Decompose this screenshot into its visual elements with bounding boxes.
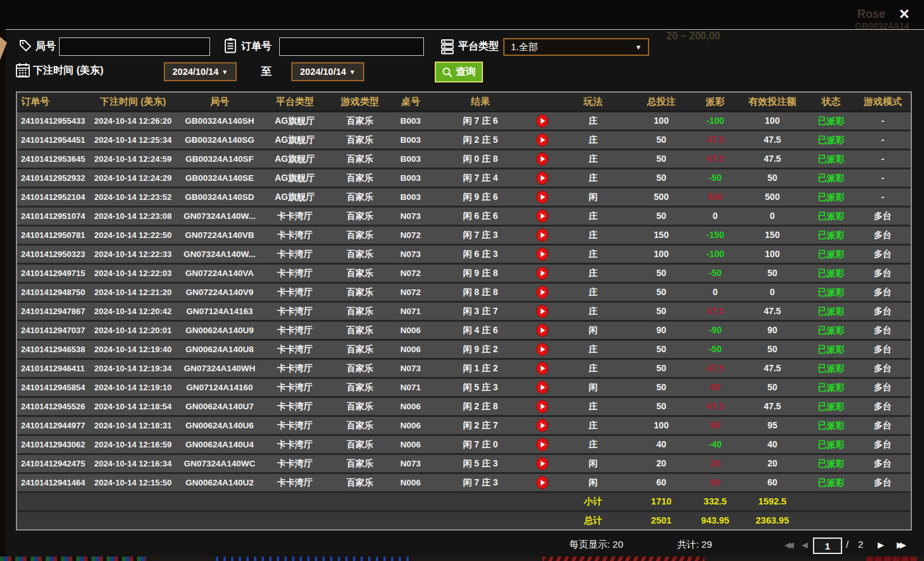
- cell-result: 闲 9 庄 8: [433, 265, 528, 282]
- background-game-strip: [0, 557, 924, 561]
- table-row: 2410141294641102024-10-14 12:19:34GN0732…: [17, 360, 911, 379]
- table-row: 2410141294146482024-10-14 12:15:50GN0062…: [17, 474, 911, 493]
- play-video-icon[interactable]: [536, 133, 548, 147]
- cell-time: 2024-10-14 12:19:10: [85, 379, 181, 396]
- cell-time: 2024-10-14 12:24:29: [85, 169, 181, 187]
- play-video-icon[interactable]: [536, 114, 548, 128]
- play-video-icon[interactable]: [536, 438, 548, 451]
- cell-time: 2024-10-14 12:22:50: [85, 227, 181, 244]
- cell-time: [85, 512, 181, 529]
- cell-total_bet: 50: [630, 131, 693, 148]
- order-number-input[interactable]: [279, 37, 424, 56]
- platform-type-select[interactable]: 1.全部 ▼: [503, 38, 649, 56]
- date-from-picker[interactable]: 2024/10/14 ▼: [164, 62, 237, 81]
- cell-table_no: N006: [388, 398, 433, 415]
- date-to-value: 2024/10/14: [300, 67, 346, 77]
- play-video-icon[interactable]: [536, 457, 548, 470]
- chevron-down-icon: ▼: [221, 69, 228, 76]
- cell-round: GB00324A140SH: [181, 112, 258, 129]
- play-video-icon[interactable]: [536, 476, 548, 489]
- cell-payout: 60: [693, 474, 737, 491]
- close-icon[interactable]: ×: [894, 3, 915, 25]
- cell-round: [181, 512, 258, 529]
- cell-table_no: N006: [388, 417, 433, 434]
- cell-table_no: B003: [388, 131, 433, 148]
- cell-valid_bet: 100: [737, 112, 807, 129]
- cell-bet_type: 庄: [557, 398, 630, 415]
- cell-play: [528, 227, 557, 244]
- cell-mode: 多台: [855, 227, 911, 244]
- cell-order: 241014129497152: [17, 265, 85, 282]
- cell-result: 闲 7 庄 3: [433, 227, 528, 244]
- cell-valid_bet: 20: [737, 455, 807, 472]
- column-header-game: 游戏类型: [331, 93, 388, 110]
- platform-type-value: 1.全部: [511, 41, 635, 53]
- cell-payout: -50: [693, 341, 737, 358]
- search-icon: [442, 67, 453, 78]
- cell-round: GB00324A140SE: [181, 169, 258, 187]
- play-video-icon[interactable]: [536, 286, 548, 299]
- cell-mode: 多台: [855, 208, 911, 225]
- play-video-icon[interactable]: [536, 248, 548, 261]
- cell-result: 闲 4 庄 6: [433, 322, 528, 339]
- cell-status: 已派彩: [807, 417, 855, 434]
- cell-total_bet: 100: [630, 246, 693, 263]
- cell-platform: AG旗舰厅: [258, 169, 331, 187]
- cell-valid_bet: 47.5: [737, 303, 807, 320]
- cell-valid_bet: 150: [737, 227, 807, 244]
- date-range-to-label: 至: [261, 64, 272, 79]
- cell-game: 百家乐: [331, 436, 388, 453]
- round-number-input[interactable]: [59, 37, 210, 56]
- cell-table_no: N073: [388, 208, 433, 225]
- play-video-icon[interactable]: [536, 343, 548, 356]
- play-video-icon[interactable]: [536, 305, 548, 318]
- next-page-icon[interactable]: ▶: [878, 540, 881, 550]
- cell-game: 百家乐: [331, 112, 388, 129]
- play-video-icon[interactable]: [536, 228, 548, 242]
- column-header-total_bet: 总投注: [630, 93, 693, 110]
- column-header-table_no: 桌号: [388, 93, 433, 110]
- play-video-icon[interactable]: [536, 190, 548, 204]
- play-video-icon[interactable]: [536, 362, 548, 375]
- cell-platform: 卡卡湾厅: [258, 360, 331, 377]
- play-video-icon[interactable]: [536, 152, 548, 166]
- cell-result: 闲 7 庄 3: [433, 474, 528, 491]
- cell-platform: 卡卡湾厅: [258, 341, 331, 358]
- cell-round: GN00624A140U7: [181, 398, 258, 415]
- cell-time: 2024-10-14 12:20:01: [85, 322, 181, 339]
- cell-platform: 卡卡湾厅: [258, 398, 331, 415]
- cell-platform: 卡卡湾厅: [258, 379, 331, 396]
- page-number-input[interactable]: [813, 538, 842, 554]
- cell-round: GN07324A140WC: [181, 455, 258, 472]
- cell-total_bet: 100: [630, 417, 693, 434]
- cell-mode: -: [855, 150, 911, 168]
- play-video-icon[interactable]: [536, 400, 548, 413]
- cell-payout: 332.5: [693, 493, 737, 510]
- last-page-icon[interactable]: ▶▶: [897, 540, 903, 550]
- first-page-icon[interactable]: ◀◀: [784, 540, 791, 550]
- play-video-icon[interactable]: [536, 324, 548, 337]
- cell-time: 2024-10-14 12:16:59: [85, 436, 181, 453]
- previous-page-icon[interactable]: ◀: [802, 540, 805, 550]
- cell-game: 百家乐: [331, 417, 388, 434]
- cell-platform: 卡卡湾厅: [258, 265, 331, 282]
- play-video-icon[interactable]: [536, 419, 548, 432]
- cell-play: [528, 436, 557, 453]
- date-to-picker[interactable]: 2024/10/14 ▼: [291, 62, 364, 81]
- search-button[interactable]: 查询: [435, 62, 483, 82]
- play-video-icon[interactable]: [536, 267, 548, 280]
- cell-valid_bet: 50: [737, 341, 807, 358]
- cell-play: [528, 512, 557, 529]
- cell-result: [433, 493, 528, 510]
- play-video-icon[interactable]: [536, 209, 548, 223]
- play-video-icon[interactable]: [536, 171, 548, 185]
- cell-round: GN07324A140WH: [181, 360, 258, 377]
- column-header-round: 局号: [181, 93, 258, 110]
- tag-icon: [18, 38, 33, 53]
- cell-status: 已派彩: [807, 112, 855, 129]
- play-video-icon[interactable]: [536, 381, 548, 394]
- cell-game: 百家乐: [331, 246, 388, 263]
- cell-result: 闲 5 庄 3: [433, 379, 528, 396]
- cell-play: [528, 112, 557, 129]
- cell-bet_type: 闲: [557, 455, 630, 472]
